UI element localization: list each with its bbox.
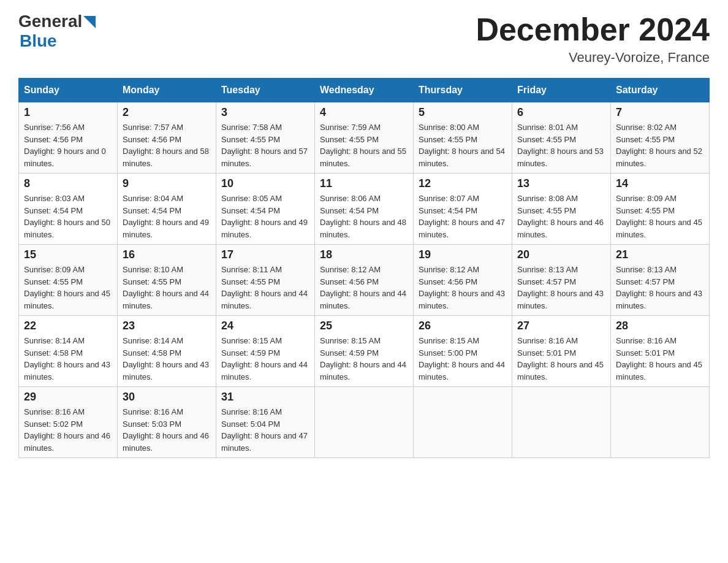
logo-arrow-icon [83, 16, 96, 28]
header-row: Sunday Monday Tuesday Wednesday Thursday… [19, 79, 710, 102]
col-thursday: Thursday [414, 79, 512, 102]
day-info: Sunrise: 8:12 AM Sunset: 4:56 PM Dayligh… [419, 264, 507, 312]
day-info: Sunrise: 7:58 AM Sunset: 4:55 PM Dayligh… [221, 121, 309, 169]
location: Veurey-Voroize, France [476, 50, 710, 66]
table-row [414, 387, 512, 458]
sunset-label: Sunset: 4:54 PM [123, 206, 181, 215]
table-row: 3 Sunrise: 7:58 AM Sunset: 4:55 PM Dayli… [216, 102, 315, 174]
day-number: 6 [517, 106, 605, 119]
sunset-label: Sunset: 4:54 PM [419, 206, 477, 215]
daylight-label: Daylight: 8 hours and 43 minutes. [123, 360, 209, 381]
col-sunday: Sunday [19, 79, 118, 102]
sunset-label: Sunset: 4:55 PM [517, 206, 576, 215]
table-row: 15 Sunrise: 8:09 AM Sunset: 4:55 PM Dayl… [19, 245, 118, 316]
day-info: Sunrise: 8:08 AM Sunset: 4:55 PM Dayligh… [517, 193, 605, 240]
sunset-label: Sunset: 4:55 PM [123, 277, 181, 286]
daylight-label: Daylight: 8 hours and 46 minutes. [123, 431, 209, 453]
sunset-label: Sunset: 4:59 PM [221, 348, 280, 358]
sunset-label: Sunset: 4:57 PM [616, 277, 675, 286]
col-tuesday: Tuesday [216, 79, 315, 102]
day-info: Sunrise: 8:01 AM Sunset: 4:55 PM Dayligh… [517, 121, 605, 169]
sunrise-label: Sunrise: 8:02 AM [616, 123, 677, 132]
daylight-label: Daylight: 8 hours and 46 minutes. [24, 431, 110, 453]
sunset-label: Sunset: 4:56 PM [419, 277, 477, 286]
day-number: 30 [123, 391, 211, 404]
day-info: Sunrise: 8:10 AM Sunset: 4:55 PM Dayligh… [123, 264, 211, 312]
daylight-label: Daylight: 8 hours and 53 minutes. [517, 147, 604, 168]
sunrise-label: Sunrise: 8:13 AM [517, 265, 578, 274]
day-number: 10 [221, 177, 309, 190]
daylight-label: Daylight: 8 hours and 43 minutes. [616, 289, 702, 310]
table-row: 2 Sunrise: 7:57 AM Sunset: 4:56 PM Dayli… [118, 102, 216, 174]
sunset-label: Sunset: 5:00 PM [419, 348, 477, 358]
logo-line2: Blue [20, 31, 96, 51]
table-row: 17 Sunrise: 8:11 AM Sunset: 4:55 PM Dayl… [216, 245, 315, 316]
sunrise-label: Sunrise: 8:09 AM [616, 194, 677, 203]
day-info: Sunrise: 7:57 AM Sunset: 4:56 PM Dayligh… [123, 121, 211, 169]
table-row: 28 Sunrise: 8:16 AM Sunset: 5:01 PM Dayl… [611, 316, 710, 387]
sunset-label: Sunset: 4:58 PM [123, 348, 181, 358]
sunrise-label: Sunrise: 8:05 AM [221, 194, 282, 203]
daylight-label: Daylight: 8 hours and 44 minutes. [221, 360, 308, 381]
day-info: Sunrise: 8:09 AM Sunset: 4:55 PM Dayligh… [616, 193, 704, 240]
daylight-label: Daylight: 8 hours and 45 minutes. [616, 360, 702, 381]
day-info: Sunrise: 8:09 AM Sunset: 4:55 PM Dayligh… [24, 264, 112, 312]
sunrise-label: Sunrise: 8:16 AM [123, 407, 183, 416]
sunrise-label: Sunrise: 7:58 AM [221, 123, 282, 132]
calendar-week-1: 1 Sunrise: 7:56 AM Sunset: 4:56 PM Dayli… [19, 102, 710, 174]
day-number: 24 [221, 320, 309, 332]
day-info: Sunrise: 8:15 AM Sunset: 4:59 PM Dayligh… [221, 335, 309, 383]
sunrise-label: Sunrise: 8:01 AM [517, 123, 578, 132]
calendar-week-5: 29 Sunrise: 8:16 AM Sunset: 5:02 PM Dayl… [19, 387, 710, 458]
day-info: Sunrise: 8:06 AM Sunset: 4:54 PM Dayligh… [320, 193, 408, 240]
table-row: 19 Sunrise: 8:12 AM Sunset: 4:56 PM Dayl… [414, 245, 512, 316]
day-info: Sunrise: 8:03 AM Sunset: 4:54 PM Dayligh… [24, 193, 112, 240]
calendar-week-4: 22 Sunrise: 8:14 AM Sunset: 4:58 PM Dayl… [19, 316, 710, 387]
col-friday: Friday [512, 79, 611, 102]
sunrise-label: Sunrise: 8:14 AM [123, 336, 183, 345]
sunset-label: Sunset: 4:54 PM [221, 206, 280, 215]
day-number: 3 [221, 106, 309, 119]
sunset-label: Sunset: 5:01 PM [616, 348, 675, 358]
table-row: 6 Sunrise: 8:01 AM Sunset: 4:55 PM Dayli… [512, 102, 611, 174]
sunset-label: Sunset: 4:56 PM [24, 135, 83, 144]
sunset-label: Sunset: 4:55 PM [517, 135, 576, 144]
sunset-label: Sunset: 4:54 PM [320, 206, 379, 215]
table-row [611, 387, 710, 458]
day-info: Sunrise: 8:11 AM Sunset: 4:55 PM Dayligh… [221, 264, 309, 312]
daylight-label: Daylight: 8 hours and 54 minutes. [419, 147, 505, 168]
day-number: 27 [517, 320, 605, 332]
day-number: 16 [123, 248, 211, 261]
day-number: 25 [320, 320, 408, 332]
day-number: 21 [616, 248, 704, 261]
table-row: 9 Sunrise: 8:04 AM Sunset: 4:54 PM Dayli… [118, 174, 216, 245]
daylight-label: Daylight: 8 hours and 57 minutes. [221, 147, 308, 168]
sunrise-label: Sunrise: 8:16 AM [517, 336, 578, 345]
day-info: Sunrise: 8:16 AM Sunset: 5:01 PM Dayligh… [517, 335, 605, 383]
day-info: Sunrise: 7:56 AM Sunset: 4:56 PM Dayligh… [24, 121, 112, 169]
table-row: 23 Sunrise: 8:14 AM Sunset: 4:58 PM Dayl… [118, 316, 216, 387]
daylight-label: Daylight: 8 hours and 45 minutes. [616, 218, 702, 239]
table-row: 29 Sunrise: 8:16 AM Sunset: 5:02 PM Dayl… [19, 387, 118, 458]
calendar-table: Sunday Monday Tuesday Wednesday Thursday… [18, 78, 710, 458]
day-number: 31 [221, 391, 309, 404]
table-row: 30 Sunrise: 8:16 AM Sunset: 5:03 PM Dayl… [118, 387, 216, 458]
daylight-label: Daylight: 8 hours and 43 minutes. [517, 289, 604, 310]
daylight-label: Daylight: 8 hours and 50 minutes. [24, 218, 110, 239]
day-info: Sunrise: 8:05 AM Sunset: 4:54 PM Dayligh… [221, 193, 309, 240]
col-wednesday: Wednesday [315, 79, 414, 102]
sunrise-label: Sunrise: 8:12 AM [419, 265, 479, 274]
day-info: Sunrise: 8:02 AM Sunset: 4:55 PM Dayligh… [616, 121, 704, 169]
day-number: 8 [24, 177, 112, 190]
day-number: 26 [419, 320, 507, 332]
daylight-label: Daylight: 8 hours and 49 minutes. [221, 218, 308, 239]
daylight-label: Daylight: 8 hours and 58 minutes. [123, 147, 209, 168]
table-row: 5 Sunrise: 8:00 AM Sunset: 4:55 PM Dayli… [414, 102, 512, 174]
day-info: Sunrise: 8:16 AM Sunset: 5:02 PM Dayligh… [24, 406, 112, 454]
sunrise-label: Sunrise: 8:16 AM [221, 407, 282, 416]
sunset-label: Sunset: 4:55 PM [24, 277, 83, 286]
sunrise-label: Sunrise: 8:04 AM [123, 194, 183, 203]
sunset-label: Sunset: 5:02 PM [24, 419, 83, 429]
sunrise-label: Sunrise: 7:57 AM [123, 123, 183, 132]
table-row: 13 Sunrise: 8:08 AM Sunset: 4:55 PM Dayl… [512, 174, 611, 245]
